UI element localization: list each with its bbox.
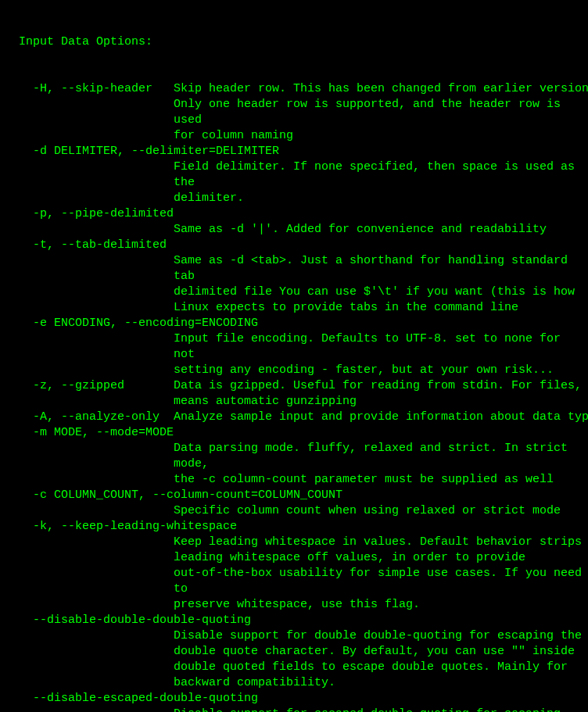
option-description: Field delimiter. If none specified, then… bbox=[5, 159, 583, 206]
option-row: --disable-double-double-quotingDisable s… bbox=[5, 613, 583, 691]
option-flag: -c COLUMN_COUNT, --column-count=COLUMN_C… bbox=[5, 488, 583, 503]
option-description: Disable support for double double-quotin… bbox=[5, 628, 583, 691]
option-description: Data is gzipped. Useful for reading from… bbox=[174, 378, 588, 394]
option-row: -m MODE, --mode=MODEData parsing mode. f… bbox=[5, 425, 583, 488]
option-row: -c COLUMN_COUNT, --column-count=COLUMN_C… bbox=[5, 488, 583, 519]
option-description: Analyze sample input and provide informa… bbox=[174, 410, 588, 425]
option-row: -d DELIMITER, --delimiter=DELIMITERField… bbox=[5, 144, 583, 206]
option-flag: --disable-double-double-quoting bbox=[5, 613, 583, 628]
option-description: Skip header row. This has been changed f… bbox=[174, 81, 588, 97]
option-description: Input file encoding. Defaults to UTF-8. … bbox=[5, 331, 583, 378]
option-flag: --disable-escaped-double-quoting bbox=[5, 691, 583, 707]
option-row: -H, --skip-header Skip header row. This … bbox=[5, 81, 583, 144]
option-flag: -H, --skip-header bbox=[5, 81, 174, 97]
option-description: Keep leading whitespace in values. Defau… bbox=[5, 535, 583, 613]
option-flag: -p, --pipe-delimited bbox=[5, 206, 583, 222]
option-row: -z, --gzipped Data is gzipped. Useful fo… bbox=[5, 378, 583, 410]
option-row: -k, --keep-leading-whitespaceKeep leadin… bbox=[5, 519, 583, 613]
option-description: Same as -d <tab>. Just a shorthand for h… bbox=[5, 253, 583, 316]
option-flag: -k, --keep-leading-whitespace bbox=[5, 519, 583, 535]
section-title: Input Data Options: bbox=[19, 34, 583, 50]
option-description-cont: Only one header row is supported, and th… bbox=[5, 97, 583, 144]
option-flag: -e ENCODING, --encoding=ENCODING bbox=[5, 316, 583, 331]
option-flag: -m MODE, --mode=MODE bbox=[5, 425, 583, 441]
option-description-cont: means automatic gunzipping bbox=[5, 394, 583, 410]
option-row: -t, --tab-delimitedSame as -d <tab>. Jus… bbox=[5, 238, 583, 316]
option-row: -e ENCODING, --encoding=ENCODINGInput fi… bbox=[5, 316, 583, 378]
option-description: Data parsing mode. fluffy, relaxed and s… bbox=[5, 441, 583, 488]
option-description: Specific column count when using relaxed… bbox=[5, 503, 583, 519]
options-list: -H, --skip-header Skip header row. This … bbox=[5, 81, 583, 712]
option-flag: -A, --analyze-only bbox=[5, 410, 174, 425]
option-row: -A, --analyze-only Analyze sample input … bbox=[5, 410, 583, 425]
option-flag: -d DELIMITER, --delimiter=DELIMITER bbox=[5, 144, 583, 159]
option-description: Same as -d '|'. Added for convenience an… bbox=[5, 222, 583, 238]
option-flag: -z, --gzipped bbox=[5, 378, 174, 394]
option-row: --disable-escaped-double-quotingDisable … bbox=[5, 691, 583, 712]
terminal-output: Input Data Options: -H, --skip-header Sk… bbox=[0, 0, 588, 712]
option-flag: -t, --tab-delimited bbox=[5, 238, 583, 253]
option-row: -p, --pipe-delimitedSame as -d '|'. Adde… bbox=[5, 206, 583, 238]
option-description: Disable support for escaped double-quoti… bbox=[5, 707, 583, 712]
